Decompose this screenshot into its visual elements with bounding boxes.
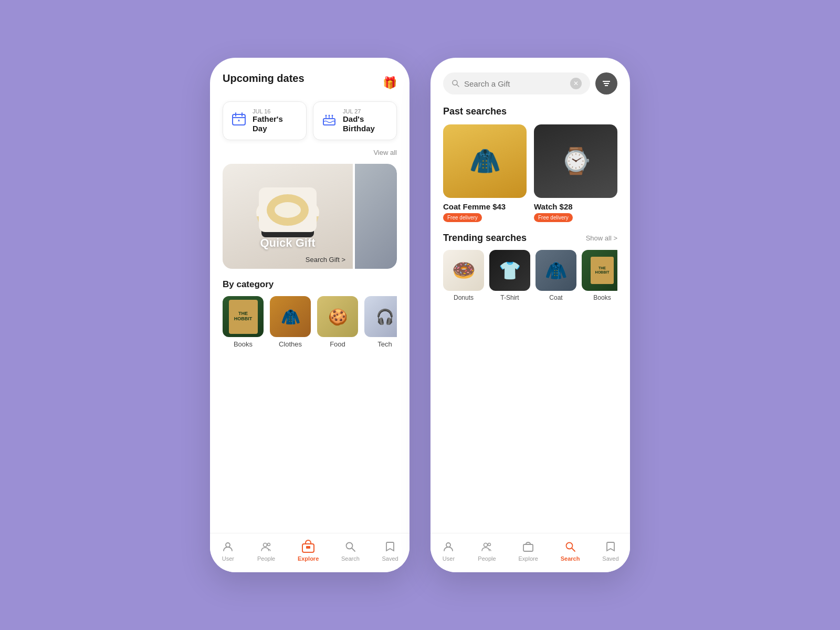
by-category-title: By category <box>223 279 397 290</box>
past-search-watch[interactable]: ⌚ Watch $28 Free delivery <box>534 124 617 222</box>
nav-explore-label-right: Explore <box>519 555 538 562</box>
coat-thumb: 🧥 <box>443 124 527 198</box>
banner-label: Quick Gift <box>260 236 315 250</box>
svg-point-24 <box>446 543 450 547</box>
nav-search-label-left: Search <box>341 555 360 562</box>
nav-saved-label-right: Saved <box>602 555 618 562</box>
past-searches-grid: 🧥 Coat Femme $43 Free delivery ⌚ Watch $… <box>443 124 617 222</box>
view-all-link[interactable]: View all <box>223 149 397 156</box>
trending-books-thumb: THEHOBBIT <box>582 250 617 291</box>
nav-people-left[interactable]: People <box>257 540 275 562</box>
coat-name: Coat Femme $43 <box>443 202 527 211</box>
nav-explore-label-left: Explore <box>298 555 319 562</box>
nav-saved-right[interactable]: Saved <box>602 540 618 562</box>
search-bar-icon <box>452 79 460 88</box>
category-clothes[interactable]: 🧥 Clothes <box>270 296 311 348</box>
nav-explore-left[interactable]: Explore <box>298 540 319 562</box>
svg-point-12 <box>226 543 230 547</box>
date-card-birthday[interactable]: JUL 27 Dad's Birthday <box>313 101 397 140</box>
explore-icon-left <box>301 540 315 553</box>
by-category-section: By category THEHOBBIT Books 🧥 <box>223 279 397 348</box>
nav-people-right[interactable]: People <box>478 540 496 562</box>
trending-donuts[interactable]: 🍩 Donuts <box>443 250 484 301</box>
food-thumb: 🍪 <box>317 296 358 337</box>
category-books[interactable]: THEHOBBIT Books <box>223 296 264 348</box>
trending-coat-label: Coat <box>549 294 562 301</box>
search-bar[interactable]: ✕ <box>443 72 590 94</box>
left-phone: Upcoming dates 🎁 JUL 16 Father's Day <box>210 58 410 572</box>
nav-search-left[interactable]: Search <box>341 540 360 562</box>
trending-tshirt[interactable]: 👕 T-Shirt <box>489 250 530 301</box>
svg-point-11 <box>332 115 333 117</box>
svg-line-29 <box>572 548 575 551</box>
past-searches-section: Past searches 🧥 Coat Femme $43 Free deli… <box>443 106 617 222</box>
banner-main[interactable]: Quick Gift Search Gift > <box>223 164 353 269</box>
gift-icon: 🎁 <box>383 76 397 90</box>
calendar-icon <box>232 112 246 130</box>
birthday-date: JUL 27 <box>343 108 388 114</box>
nav-user-label-left: User <box>222 555 234 562</box>
trending-list: 🍩 Donuts 👕 T-Shirt <box>443 250 617 301</box>
trending-header: Trending searches Show all > <box>443 233 617 244</box>
tech-thumb: 🎧 <box>364 296 397 337</box>
svg-point-13 <box>264 543 267 547</box>
nav-people-label-left: People <box>257 555 275 562</box>
banner-area: Quick Gift Search Gift > <box>223 164 397 269</box>
trending-books[interactable]: THEHOBBIT Books <box>582 250 617 301</box>
donuts-label: Donuts <box>454 294 474 301</box>
search-icon-right <box>563 540 577 553</box>
svg-line-18 <box>352 548 355 551</box>
trending-section: Trending searches Show all > 🍩 Donuts 👕 <box>443 233 617 301</box>
birthday-label: Dad's Birthday <box>343 114 388 133</box>
upcoming-dates-title: Upcoming dates <box>223 72 304 85</box>
tshirt-thumb: 👕 <box>489 250 530 291</box>
books-thumb: THEHOBBIT <box>223 296 264 337</box>
svg-point-14 <box>268 543 270 546</box>
explore-icon-right <box>521 540 535 553</box>
date-card-fathers-day[interactable]: JUL 16 Father's Day <box>223 101 307 140</box>
nav-explore-right[interactable]: Explore <box>519 540 538 562</box>
bottom-nav-right: User People Explore <box>430 533 630 572</box>
category-food[interactable]: 🍪 Food <box>317 296 358 348</box>
search-input[interactable] <box>464 79 566 88</box>
donuts-thumb: 🍩 <box>443 250 484 291</box>
nav-search-right[interactable]: Search <box>561 540 580 562</box>
tech-label: Tech <box>377 340 392 348</box>
watch-name: Watch $28 <box>534 202 617 211</box>
svg-rect-16 <box>306 546 310 549</box>
saved-icon-right <box>604 540 617 553</box>
saved-icon-left <box>383 540 397 553</box>
past-search-coat[interactable]: 🧥 Coat Femme $43 Free delivery <box>443 124 527 222</box>
clothes-thumb: 🧥 <box>270 296 311 337</box>
nav-people-label-right: People <box>478 555 496 562</box>
people-icon-right <box>480 540 494 553</box>
search-bar-row: ✕ <box>443 72 617 94</box>
svg-point-26 <box>488 543 491 546</box>
tshirt-label: T-Shirt <box>500 294 519 301</box>
trending-coat-thumb: 🧥 <box>536 250 576 291</box>
svg-point-25 <box>484 543 488 547</box>
filter-button[interactable] <box>595 72 617 94</box>
nav-user-left[interactable]: User <box>221 540 235 562</box>
nav-saved-left[interactable]: Saved <box>382 540 398 562</box>
coat-badge: Free delivery <box>443 213 482 222</box>
banner-search-link[interactable]: Search Gift > <box>306 256 345 264</box>
nav-user-right[interactable]: User <box>442 540 455 562</box>
svg-marker-4 <box>238 119 240 121</box>
past-searches-title: Past searches <box>443 106 617 117</box>
fathers-day-label: Father's Day <box>253 114 298 133</box>
fathers-day-date: JUL 16 <box>253 108 298 114</box>
search-clear-button[interactable]: ✕ <box>570 78 582 89</box>
search-icon-left <box>343 540 357 553</box>
user-icon-left <box>221 540 235 553</box>
nav-user-label-right: User <box>443 555 455 562</box>
trending-coat[interactable]: 🧥 Coat <box>536 250 576 301</box>
svg-line-20 <box>457 85 459 87</box>
svg-rect-27 <box>523 544 533 551</box>
clothes-label: Clothes <box>279 340 302 348</box>
trending-title: Trending searches <box>443 233 527 244</box>
banner-side <box>355 164 397 269</box>
user-icon-right <box>442 540 455 553</box>
category-tech[interactable]: 🎧 Tech <box>364 296 397 348</box>
show-all-link[interactable]: Show all > <box>586 234 617 242</box>
